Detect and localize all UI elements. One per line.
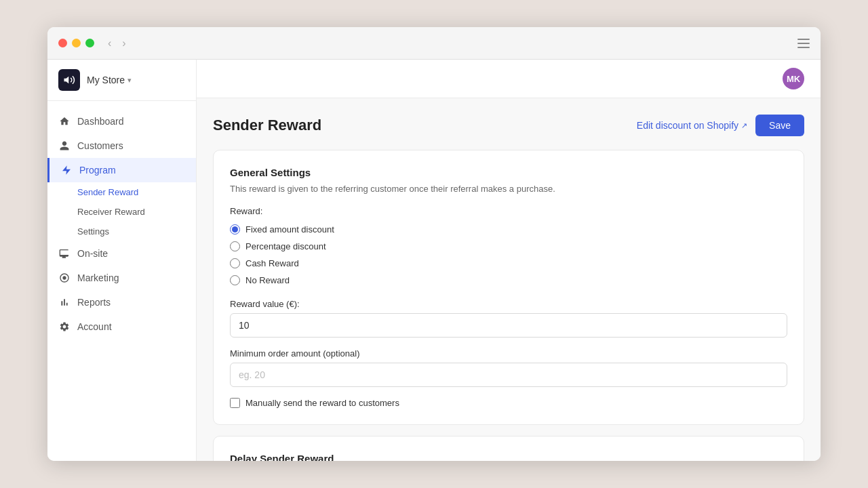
sidebar-item-sender-reward[interactable]: Sender Reward bbox=[77, 182, 196, 202]
reward-label: Reward: bbox=[230, 206, 787, 216]
lightning-icon bbox=[60, 164, 73, 176]
reward-option-percentage[interactable]: Percentage discount bbox=[230, 241, 787, 251]
marketing-label: Marketing bbox=[77, 272, 119, 283]
radio-none-label: No Reward bbox=[245, 275, 290, 285]
sidebar-item-on-site[interactable]: On-site bbox=[47, 241, 196, 266]
store-icon bbox=[58, 69, 80, 91]
radio-percentage-label: Percentage discount bbox=[245, 241, 326, 251]
customers-label: Customers bbox=[77, 140, 123, 151]
radio-cash[interactable] bbox=[230, 258, 240, 268]
page-header: Sender Reward Edit discount on Shopify ↗… bbox=[213, 115, 804, 136]
sidebar-item-customers[interactable]: Customers bbox=[47, 134, 196, 158]
account-label: Account bbox=[77, 321, 112, 332]
sidebar-item-reports[interactable]: Reports bbox=[47, 290, 196, 314]
general-settings-card: General Settings This reward is given to… bbox=[213, 150, 804, 425]
reward-value-label: Reward value (€): bbox=[230, 299, 787, 309]
page-content: Sender Reward Edit discount on Shopify ↗… bbox=[197, 98, 821, 461]
main-content: MK Sender Reward Edit discount on Shopif… bbox=[197, 60, 821, 461]
min-order-input[interactable] bbox=[230, 363, 787, 387]
general-settings-description: This reward is given to the referring cu… bbox=[230, 184, 787, 194]
minimize-button[interactable] bbox=[72, 39, 81, 47]
close-button[interactable] bbox=[58, 39, 67, 47]
store-header[interactable]: My Store ▾ bbox=[47, 60, 196, 101]
nav-menu: Dashboard Customers Program bbox=[47, 101, 196, 461]
on-site-label: On-site bbox=[77, 248, 108, 259]
reward-value-group: Reward value (€): bbox=[230, 299, 787, 338]
reports-label: Reports bbox=[77, 297, 111, 308]
sidebar-item-account[interactable]: Account bbox=[47, 314, 196, 339]
maximize-button[interactable] bbox=[85, 39, 94, 47]
back-button[interactable]: ‹ bbox=[105, 36, 114, 51]
monitor-icon bbox=[58, 247, 71, 260]
radio-none[interactable] bbox=[230, 275, 240, 285]
reward-value-input[interactable] bbox=[230, 313, 787, 338]
radio-cash-label: Cash Reward bbox=[245, 258, 299, 268]
manually-send-checkbox-item[interactable]: Manually send the reward to customers bbox=[230, 398, 787, 408]
edit-link-label: Edit discount on Shopify bbox=[637, 120, 738, 131]
radio-percentage[interactable] bbox=[230, 241, 240, 251]
external-link-icon: ↗ bbox=[741, 121, 747, 130]
target-icon bbox=[58, 272, 71, 284]
traffic-lights bbox=[58, 39, 94, 47]
radio-fixed-label: Fixed amount discount bbox=[245, 224, 334, 235]
manually-send-checkbox[interactable] bbox=[230, 398, 240, 408]
edit-discount-link[interactable]: Edit discount on Shopify ↗ bbox=[637, 120, 747, 131]
reward-options: Fixed amount discount Percentage discoun… bbox=[230, 224, 787, 285]
program-label: Program bbox=[79, 165, 116, 176]
sidebar: My Store ▾ Dashboard Cu bbox=[47, 60, 197, 461]
sidebar-item-marketing[interactable]: Marketing bbox=[47, 266, 196, 290]
sidebar-item-receiver-reward[interactable]: Receiver Reward bbox=[77, 202, 196, 222]
store-name[interactable]: My Store ▾ bbox=[87, 75, 132, 85]
manually-send-label: Manually send the reward to customers bbox=[245, 398, 399, 408]
forward-button[interactable]: › bbox=[119, 36, 128, 51]
chevron-down-icon: ▾ bbox=[127, 76, 132, 85]
sidebar-item-dashboard[interactable]: Dashboard bbox=[47, 109, 196, 134]
radio-fixed[interactable] bbox=[230, 224, 240, 235]
sidebar-item-program[interactable]: Program bbox=[47, 158, 196, 182]
person-icon bbox=[58, 140, 71, 152]
sidebar-item-settings[interactable]: Settings bbox=[77, 222, 196, 241]
hamburger-menu[interactable] bbox=[797, 39, 810, 48]
app-topbar: MK bbox=[197, 60, 821, 98]
avatar[interactable]: MK bbox=[783, 68, 804, 89]
reward-option-fixed[interactable]: Fixed amount discount bbox=[230, 224, 787, 235]
general-settings-title: General Settings bbox=[230, 167, 787, 178]
home-icon bbox=[58, 115, 71, 127]
reward-option-none[interactable]: No Reward bbox=[230, 275, 787, 285]
page-title: Sender Reward bbox=[213, 117, 321, 134]
min-order-group: Minimum order amount (optional) bbox=[230, 348, 787, 387]
nav-arrows: ‹ › bbox=[105, 36, 129, 51]
bar-chart-icon bbox=[58, 296, 71, 308]
delay-settings-card: Delay Sender Reward Delay sending the re… bbox=[213, 436, 804, 461]
dashboard-label: Dashboard bbox=[77, 116, 124, 127]
save-button[interactable]: Save bbox=[755, 115, 804, 136]
reward-option-cash[interactable]: Cash Reward bbox=[230, 258, 787, 268]
delay-settings-title: Delay Sender Reward bbox=[230, 453, 787, 461]
min-order-label: Minimum order amount (optional) bbox=[230, 348, 787, 359]
gear-icon bbox=[58, 321, 71, 333]
page-header-actions: Edit discount on Shopify ↗ Save bbox=[637, 115, 804, 136]
program-submenu: Sender Reward Receiver Reward Settings bbox=[47, 182, 196, 241]
browser-toolbar: ‹ › bbox=[47, 27, 821, 60]
